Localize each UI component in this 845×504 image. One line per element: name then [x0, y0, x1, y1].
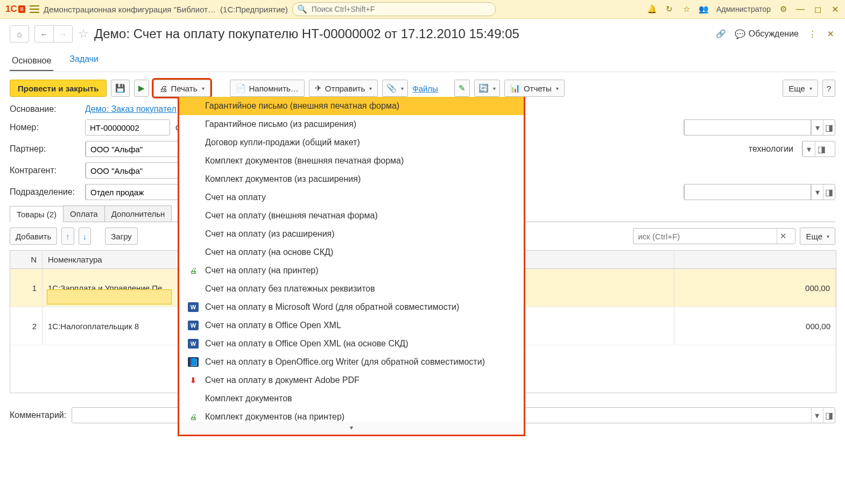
tab-goods[interactable]: Товары (2)	[10, 206, 64, 222]
print-menu-item[interactable]: Гарантийное письмо (из расширения)	[179, 115, 524, 133]
tab-payment[interactable]: Оплата	[63, 205, 105, 222]
printer-small-icon: 🖨	[188, 266, 199, 275]
comment-open-icon[interactable]: ◨	[823, 408, 835, 423]
tab-extra[interactable]: Дополнительн	[104, 205, 172, 222]
close-tab-button[interactable]: ✕	[826, 29, 835, 39]
toolbar: Провести и закрыть 💾 ▶ 🖨 Печать ▾ 📄 Напо…	[10, 80, 835, 97]
menu-item-label: Счет на оплату в Office Open XML	[205, 321, 341, 330]
move-down-button[interactable]: ↓	[79, 228, 91, 245]
maximize-button[interactable]: ◻	[813, 4, 822, 14]
print-menu-item[interactable]: ⬇Счет на оплату в документ Adobe PDF	[179, 371, 524, 389]
home-button[interactable]: ⌂	[10, 25, 29, 42]
save-button[interactable]: 💾	[111, 80, 130, 97]
print-menu-item[interactable]: Гарантийное письмо (внешняя печатная фор…	[179, 97, 524, 115]
files-link[interactable]: Файлы	[412, 84, 438, 93]
print-menu-item[interactable]: Комплект документов	[179, 389, 524, 408]
grid-search[interactable]: ✕	[633, 228, 795, 244]
link-icon[interactable]: 🔗	[716, 29, 726, 39]
right-combo-2[interactable]: ▾◨	[802, 141, 835, 157]
print-menu-item[interactable]: WСчет на оплату в Microsoft Word (для об…	[179, 298, 524, 316]
combo-open-icon[interactable]: ◨	[823, 120, 835, 135]
global-search-input[interactable]	[311, 4, 491, 14]
back-button[interactable]: ←	[34, 25, 53, 42]
edit-button[interactable]: ✎	[454, 80, 470, 97]
pencil-icon: ✎	[459, 83, 466, 93]
related-icon: 🔄	[478, 83, 489, 93]
load-button[interactable]: Загру	[105, 228, 138, 245]
comment-label: Комментарий:	[10, 410, 66, 420]
star-icon[interactable]: ☆	[682, 4, 692, 14]
kebab-icon[interactable]: ⋮	[807, 29, 817, 39]
remind-button[interactable]: 📄 Напомнить…	[230, 80, 305, 97]
print-menu-item[interactable]: Счет на оплату (на основе СКД)	[179, 243, 524, 261]
print-menu-item[interactable]: Договор купли-продажи (общий макет)	[179, 133, 524, 152]
dept-input[interactable]	[86, 184, 190, 200]
print-menu-item[interactable]: WСчет на оплату в Office Open XML (на ос…	[179, 335, 524, 353]
number-input[interactable]	[85, 119, 170, 136]
users-icon[interactable]: 👥	[699, 4, 709, 14]
history-icon[interactable]: ↻	[665, 4, 674, 14]
right-combo-3[interactable]: ▾◨	[684, 184, 835, 200]
print-menu-item[interactable]: Счет на оплату	[179, 188, 524, 207]
forward-button[interactable]: →	[53, 25, 73, 42]
print-menu-item[interactable]: Комплект документов (внешняя печатная фо…	[179, 152, 524, 170]
subnav-tasks[interactable]: Задачи	[67, 51, 101, 68]
cell-sum: 000,00	[674, 269, 836, 307]
grid-more-button[interactable]: Еще▾	[800, 228, 835, 245]
attach-button[interactable]: 📎▾	[382, 80, 408, 97]
col-sum[interactable]	[674, 251, 836, 268]
user-name[interactable]: Администратор	[716, 5, 771, 13]
search-icon: 🔍	[297, 4, 307, 14]
menu-item-label: Счет на оплату в Office Open XML (на осн…	[205, 339, 409, 349]
menu-item-label: Счет на оплату без платежных реквизитов	[205, 284, 375, 294]
more-button[interactable]: Еще▾	[783, 80, 818, 97]
col-n[interactable]: N	[10, 251, 43, 268]
contractor-input[interactable]	[86, 162, 190, 179]
post-icon: ▶	[138, 83, 145, 93]
titlebar: 1С≡ Демонстрационная конфигурация "Библи…	[0, 0, 845, 19]
menu-item-label: Счет на оплату в OpenOffice.org Writer (…	[205, 357, 485, 367]
reports-button[interactable]: 📊 Отчеты ▾	[504, 80, 565, 97]
print-menu-item[interactable]: Счет на оплату (из расширения)	[179, 225, 524, 243]
basis-link[interactable]: Демо: Заказ покупател	[85, 104, 177, 114]
subnav-main[interactable]: Основное	[10, 53, 53, 71]
partner-label: Партнер:	[10, 144, 80, 154]
combo-dropdown-icon[interactable]: ▾	[811, 120, 823, 135]
global-search[interactable]: 🔍	[292, 2, 496, 16]
partner-input[interactable]	[86, 141, 190, 157]
post-close-button[interactable]: Провести и закрыть	[10, 80, 107, 97]
close-button[interactable]: ✕	[830, 4, 840, 14]
bell-icon[interactable]: 🔔	[647, 4, 657, 14]
help-button[interactable]: ?	[822, 80, 835, 97]
dropdown-scroll-down[interactable]: ▾	[179, 422, 524, 435]
send-button[interactable]: ✈ Отправить ▾	[309, 80, 378, 97]
print-menu-item-cut[interactable]: 🖨Комплект документов (на принтер)	[179, 408, 524, 422]
cell-editor[interactable]	[47, 289, 172, 304]
discuss-button[interactable]: 💬 Обсуждение	[735, 29, 799, 39]
menu-item-label: Счет на оплату (на основе СКД)	[205, 247, 333, 257]
blank-icon	[188, 229, 199, 239]
print-menu-item[interactable]: Счет на оплату (внешняя печатная форма)	[179, 207, 524, 225]
print-button[interactable]: 🖨 Печать ▾	[153, 80, 210, 97]
menu-item-label: Счет на оплату (на принтер)	[205, 266, 319, 275]
comment-dropdown-icon[interactable]: ▾	[811, 408, 823, 423]
grid-search-input[interactable]	[633, 229, 777, 243]
favorite-toggle[interactable]: ☆	[78, 27, 89, 41]
print-menu-item[interactable]: 📘Счет на оплату в OpenOffice.org Writer …	[179, 353, 524, 371]
menu-item-label: Счет на оплату в Microsoft Word (для обр…	[205, 302, 459, 312]
print-menu-item[interactable]: Комплект документов (из расширения)	[179, 170, 524, 188]
settings-icon[interactable]: ⚙	[778, 4, 788, 14]
print-menu-item[interactable]: WСчет на оплату в Office Open XML	[179, 316, 524, 335]
print-menu-item[interactable]: Счет на оплату без платежных реквизитов	[179, 280, 524, 298]
related-button[interactable]: 🔄▾	[474, 80, 500, 97]
print-menu-item[interactable]: 🖨Счет на оплату (на принтер)	[179, 261, 524, 280]
move-up-button[interactable]: ↑	[61, 228, 74, 245]
right-combo-1[interactable]: ▾◨	[684, 119, 835, 136]
disk-icon: 💾	[115, 83, 125, 93]
menu-icon[interactable]	[30, 5, 39, 13]
chat-icon: 💬	[735, 29, 745, 39]
post-button[interactable]: ▶	[134, 80, 149, 97]
minimize-button[interactable]: —	[795, 4, 805, 14]
add-row-button[interactable]: Добавить	[10, 228, 57, 245]
clear-search-icon[interactable]: ✕	[777, 229, 789, 244]
